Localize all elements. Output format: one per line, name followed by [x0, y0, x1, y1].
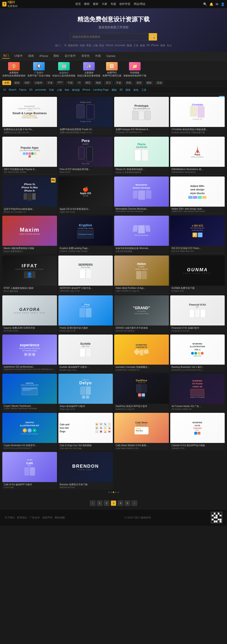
subnav-games[interactable]: Games — [106, 54, 116, 58]
search-button[interactable]: 🔍 — [149, 33, 157, 40]
topcat-others2[interactable]: 其他 — [155, 80, 164, 85]
subnav-design[interactable]: 设计套件 — [64, 54, 77, 58]
hero-tag-tools[interactable]: 工具 — [134, 44, 138, 47]
card-2[interactable]: Purple UI KIT Purple UI Kit 免费PS移动应用界面 P… — [58, 97, 113, 135]
hero-tag-interface[interactable]: 界面 — [86, 44, 91, 47]
card-34[interactable]: Cats andIcon SetDogs 🐱 🐶 🐾 🦴 🏠 🐟 ⭐ 💊 🛁 🧶… — [58, 413, 113, 450]
hero-tag-iphone[interactable]: iPhone — [151, 44, 159, 47]
card-23[interactable]: "GRAND" feu d'artificeLorem ipsum Poster… — [114, 295, 169, 333]
scroll-dot-4[interactable] — [115, 492, 116, 493]
page-btn-4[interactable]: 4 — [118, 500, 123, 506]
topcat-font[interactable]: 字体 — [46, 80, 54, 85]
topcat-other[interactable]: 其它 — [104, 80, 113, 85]
footer-contact[interactable]: 联系我们 — [17, 516, 27, 519]
hero-tag-data[interactable]: 数据 — [127, 44, 132, 47]
subnav-uikit[interactable]: UI套件 — [14, 54, 24, 58]
hero-tag-ui[interactable]: UI — [64, 44, 67, 47]
tag-landing[interactable]: Landing Page — [92, 88, 110, 92]
nav-link-community[interactable]: 大家 — [102, 2, 107, 6]
topcat-uikit[interactable]: UI套件 — [33, 80, 44, 85]
cat-item-ads[interactable]: 📢 广告设计免费平面广告设计模板 — [27, 62, 50, 77]
subnav-hot[interactable]: 热门 — [2, 53, 10, 58]
topcat-icons[interactable]: 图标 — [145, 80, 154, 85]
tag-font[interactable]: 字体 — [48, 88, 55, 92]
tag-mobile[interactable]: 移动端 — [71, 88, 80, 92]
hero-tag-illustration[interactable]: 插画 — [140, 44, 145, 47]
scroll-dot-1[interactable] — [108, 492, 110, 493]
card-24[interactable]: Financial UI Kit 30+ Financial UI Kit 金融… — [170, 295, 225, 333]
topcat-lishi[interactable]: 利时 — [23, 80, 32, 85]
page-btn-5[interactable]: 5 — [124, 500, 130, 506]
card-22[interactable]: 🌀 Freety App UI Kit Freety 应用UI套件设计素材 Fr… — [58, 295, 113, 333]
card-35[interactable]: Cally News Mobile UI Kit Hello, Text Her… — [114, 413, 169, 450]
topcat-mockup[interactable]: 样机 — [124, 80, 133, 85]
card-38[interactable]: BRENDON FREE FONT Brendon 免费英文字体下载 BREND… — [58, 452, 113, 490]
tag-3d[interactable]: 3D — [118, 88, 124, 92]
nav-link-tutorial[interactable]: 教程 — [84, 2, 90, 6]
user-icon[interactable]: 👤 — [221, 2, 225, 6]
subnav-gradient[interactable]: 渐变色 — [80, 54, 90, 58]
nav-link-material[interactable]: 素材 — [93, 2, 98, 6]
nav-link-weekly[interactable]: 周边/周边 — [134, 2, 146, 6]
cat-item-png[interactable]: 🖼 免费PNG免费PNG透明元素 — [102, 62, 122, 77]
tag-tools[interactable]: 工具 — [140, 88, 147, 92]
search-icon[interactable]: 🔍 — [203, 2, 207, 6]
card-5[interactable]: Popular Apps 100 SKETCHED ICONS 100个手绘图标… — [2, 137, 57, 175]
card-33[interactable]: CRYPTOILLUSTRATION KIT ₿ ⬡ ◈ Isometric C… — [2, 413, 57, 450]
card-15[interactable]: Device Mockups 设备等距样机模板合集 Minimali... 设备… — [114, 216, 169, 254]
card-4[interactable]: 3 Portfolio Portfolio Kit 3 Portfolio 移动… — [170, 97, 225, 135]
topcat-ui[interactable]: UI — [76, 80, 82, 85]
card-19[interactable]: Helen PortfolioMobile UI App Kit Helen 移… — [114, 256, 169, 294]
topcat-poster[interactable]: 海报 — [94, 80, 102, 85]
footer-about[interactable]: 关于我们 — [5, 516, 15, 519]
subnav-appearance[interactable]: 外观 — [94, 54, 102, 58]
card-25[interactable]: experience 522 professional vector icons… — [2, 334, 57, 372]
card-21[interactable]: GAYORA LEAN+SANS SERIF DOO Gayora 免费LEAN… — [2, 295, 57, 333]
hero-tag-people[interactable]: 人物 — [93, 44, 98, 47]
card-36[interactable]: BANKINGUI Kit Cahotel 50++ ◇ A Cahotel U… — [170, 413, 225, 450]
nav-link-home[interactable]: 首页 — [75, 2, 81, 6]
card-26[interactable]: Eurlelle App UI Kit Eurlelle 移动端APP UI套件… — [58, 334, 113, 372]
search-input[interactable] — [70, 33, 149, 40]
cat-item-office[interactable]: 🏢 企业办公快速办公提供精美模板 — [52, 62, 76, 77]
tag-app[interactable]: App — [64, 88, 70, 92]
page-btn-3[interactable]: 3 — [111, 500, 116, 506]
page-btn-1[interactable]: 1 — [97, 500, 102, 506]
tag-iphone[interactable]: iPhone — [82, 88, 91, 92]
scroll-dot-5[interactable] — [118, 492, 119, 493]
topcat-illustration[interactable]: 插画 — [12, 80, 21, 85]
hero-tag-3d[interactable]: 3D — [146, 44, 150, 47]
card-16[interactable]: ♦ ISS ICO ICO Token Buy ICOSmart Buy ICO… — [170, 216, 225, 254]
page-btn-2[interactable]: 2 — [104, 500, 109, 506]
footer-sitemap[interactable]: 网站地图 — [55, 516, 65, 519]
hero-tag-business[interactable]: 商务 — [160, 44, 166, 47]
topcat-prototype[interactable]: 原型 — [134, 80, 144, 85]
hero-tag-sketch[interactable]: Sketch — [106, 44, 114, 47]
card-28[interactable]: BANKINGILLUSTRATIONVOL.1 Sketch XD Banki… — [170, 334, 225, 372]
scroll-dot-3[interactable] — [113, 492, 114, 493]
card-30[interactable]: Delyo for Delyo ◇ ⬡ Delyo 移动端APP UI套件 De… — [58, 374, 113, 412]
topcat-webpage[interactable]: 网页 — [84, 80, 92, 85]
hero-tag-icons[interactable]: 图标材料 — [68, 44, 78, 47]
tag-xd[interactable]: XD — [28, 88, 33, 92]
hero-tag-office[interactable]: 办公 — [167, 44, 172, 47]
topcat-ppt[interactable]: PPT — [56, 80, 64, 85]
card-1[interactable]: DAGWAVE Corporate Theme X for Fin... ◇ S… — [2, 97, 57, 135]
nav-link-learn[interactable]: 创作学堂 — [119, 2, 130, 6]
card-17[interactable]: IFFAT PHOTOGRAPHY POSTER 👤 IFFAT 人像摄影海报设… — [2, 256, 57, 294]
hero-tag-typography[interactable]: 排版 — [80, 44, 85, 47]
message-icon[interactable]: ✉ — [216, 2, 218, 6]
topcat-all[interactable]: 全部 — [2, 80, 11, 85]
tag-procreate[interactable]: procreate — [34, 88, 47, 92]
card-29[interactable]: CRYPTO TABULAR DASHBOARD Crypto Tabular … — [2, 374, 57, 412]
tag-icon[interactable]: 图标 — [111, 88, 118, 92]
card-37[interactable]: UI Kit Cafit 45++ Cafit UI Kit 健身APP UI套… — [2, 452, 57, 490]
topcat-bag[interactable]: 手提 — [114, 80, 123, 85]
card-20[interactable]: GUNMA LEAN SANS SERIF GUNMA 免费字体下载 GUNMA… — [170, 256, 225, 294]
topcat-plane[interactable]: 平面 — [66, 80, 74, 85]
card-12[interactable]: Added 200+web designstyle blocks Added 2… — [170, 176, 225, 214]
nav-link-topic[interactable]: 专题 — [110, 2, 116, 6]
card-31[interactable]: DarkPera UI APP Kit Ps Sk 100 | 100 Dark… — [114, 374, 169, 412]
tag-figma[interactable]: Figma — [18, 88, 27, 92]
tag-character[interactable]: 角色 — [132, 88, 140, 92]
